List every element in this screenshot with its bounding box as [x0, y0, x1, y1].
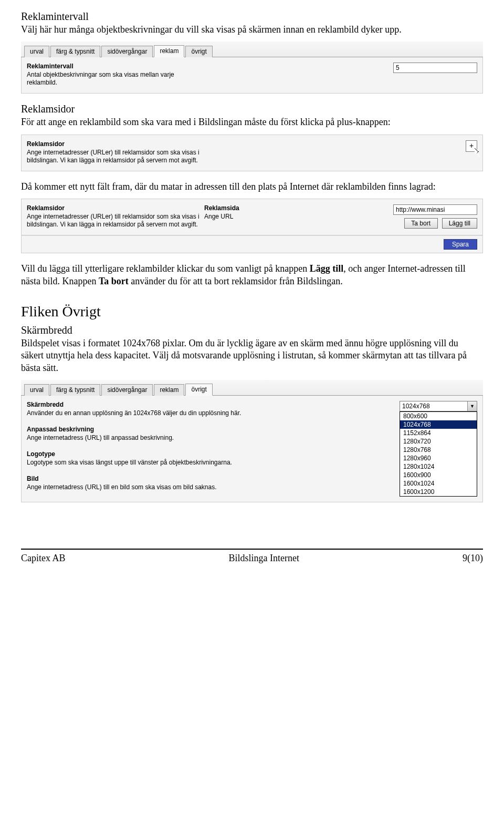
desc-reklamintervall: Antal objektbeskrivningar som ska visas … — [27, 71, 200, 87]
text-fragment: använder du för att ta bort reklamsidor … — [129, 276, 343, 286]
tab-reklam[interactable]: reklam — [154, 384, 184, 396]
desc-logotype: Logotype som ska visas längst uppe till … — [27, 459, 310, 467]
footer-left: Capitex AB — [21, 553, 66, 564]
desc-anpassad: Ange internetadress (URL) till anpassad … — [27, 434, 310, 442]
label-reklamsidor-2: Reklamsidor — [27, 204, 200, 212]
label-logotype: Logotype — [27, 450, 310, 458]
dropdown-option[interactable]: 1600x1200 — [400, 488, 477, 496]
dropdown-option[interactable]: 800x600 — [400, 412, 477, 420]
desc-reklamsidor: Ange internetadresser (URLer) till rekla… — [27, 149, 200, 164]
combo-skarmbredd[interactable]: 1024x768 ▼ — [400, 401, 477, 411]
chevron-down-icon[interactable]: ▼ — [467, 401, 477, 411]
tabstrip: urval färg & typsnitt sidövergångar rekl… — [21, 42, 483, 57]
bold-lagg-till: Lägg till — [310, 263, 344, 274]
input-reklamintervall[interactable] — [393, 63, 477, 73]
panel-reklamsidor-plus: Reklamsidor Ange internetadresser (URLer… — [21, 134, 483, 171]
heading-ovrigt: Fliken Övrigt — [21, 303, 483, 320]
remove-button[interactable]: Ta bort — [404, 218, 438, 229]
panel-ovrigt: urval färg & typsnitt sidövergångar rekl… — [21, 379, 483, 502]
panel-reklamsidor-edit: Reklamsidor Ange internetadresser (URLer… — [21, 198, 483, 253]
dropdown-option[interactable]: 1280x1024 — [400, 462, 477, 471]
label-reklamintervall: Reklamintervall — [27, 63, 200, 70]
label-skarmbredd: Skärmbredd — [27, 401, 310, 408]
body-reklamsidor-1: För att ange en reklambild som ska vara … — [21, 116, 483, 128]
section-title-skarmbredd: Skärmbredd — [21, 324, 483, 336]
add-button[interactable]: Lägg till — [442, 218, 477, 229]
body-reklamsidor-2: Då kommer ett nytt fält fram, där du mat… — [21, 181, 483, 193]
panel-reklamintervall: urval färg & typsnitt sidövergångar rekl… — [21, 41, 483, 94]
dropdown-skarmbredd[interactable]: 800x600 1024x768 1152x864 1280x720 1280x… — [400, 411, 477, 497]
combo-value: 1024x768 — [400, 401, 467, 411]
add-reklamsida-button[interactable]: + — [466, 140, 477, 152]
section-title-reklamsidor: Reklamsidor — [21, 103, 483, 115]
label-bild: Bild — [27, 475, 310, 482]
desc-reklamsidor-2: Ange internetadresser (URLer) till rekla… — [27, 213, 200, 229]
label-reklamsidor: Reklamsidor — [27, 140, 200, 148]
label-ange-url: Ange URL — [204, 213, 299, 221]
tab-farg-typsnitt[interactable]: färg & typsnitt — [50, 384, 100, 396]
tab-sidovergangar[interactable]: sidövergångar — [101, 384, 153, 396]
text-fragment: Vill du lägga till ytterligare reklambil… — [21, 263, 310, 274]
input-reklamsida-url[interactable] — [393, 204, 477, 215]
dropdown-option[interactable]: 1600x1024 — [400, 479, 477, 488]
page-footer: Capitex AB Bildslinga Internet 9(10) — [21, 549, 483, 573]
footer-center: Bildslinga Internet — [229, 553, 299, 564]
dropdown-option[interactable]: 1024x768 — [400, 420, 477, 429]
tab-ovrigt[interactable]: övrigt — [185, 384, 212, 396]
body-reklamintervall: Välj här hur många objektbeskrivningar d… — [21, 24, 483, 36]
bold-ta-bort: Ta bort — [99, 276, 129, 286]
dropdown-option[interactable]: 1280x768 — [400, 446, 477, 454]
body-skarmbredd: Bildspelet visas i formatet 1024x768 pix… — [21, 337, 483, 374]
dropdown-option[interactable]: 1152x864 — [400, 429, 477, 437]
tab-reklam[interactable]: reklam — [154, 45, 184, 57]
tab-urval[interactable]: urval — [24, 46, 49, 57]
tab-sidovergangar[interactable]: sidövergångar — [101, 46, 153, 57]
label-reklamsida: Reklamsida — [204, 204, 299, 212]
body-reklamsidor-3: Vill du lägga till ytterligare reklambil… — [21, 263, 483, 287]
dropdown-option[interactable]: 1600x900 — [400, 471, 477, 479]
desc-skarmbredd: Använder du en annan upplösning än 1024x… — [27, 409, 310, 417]
save-button[interactable]: Spara — [444, 239, 477, 250]
footer-right: 9(10) — [463, 553, 483, 564]
tab-urval[interactable]: urval — [24, 384, 49, 396]
tabstrip-2: urval färg & typsnitt sidövergångar rekl… — [21, 380, 483, 396]
tab-ovrigt[interactable]: övrigt — [185, 46, 212, 57]
label-anpassad: Anpassad beskrivning — [27, 426, 310, 433]
dropdown-option[interactable]: 1280x960 — [400, 454, 477, 462]
dropdown-option[interactable]: 1280x720 — [400, 437, 477, 446]
tab-farg-typsnitt[interactable]: färg & typsnitt — [50, 46, 100, 57]
desc-bild: Ange internetadress (URL) till en bild s… — [27, 483, 310, 491]
section-title-reklamintervall: Reklamintervall — [21, 11, 483, 23]
